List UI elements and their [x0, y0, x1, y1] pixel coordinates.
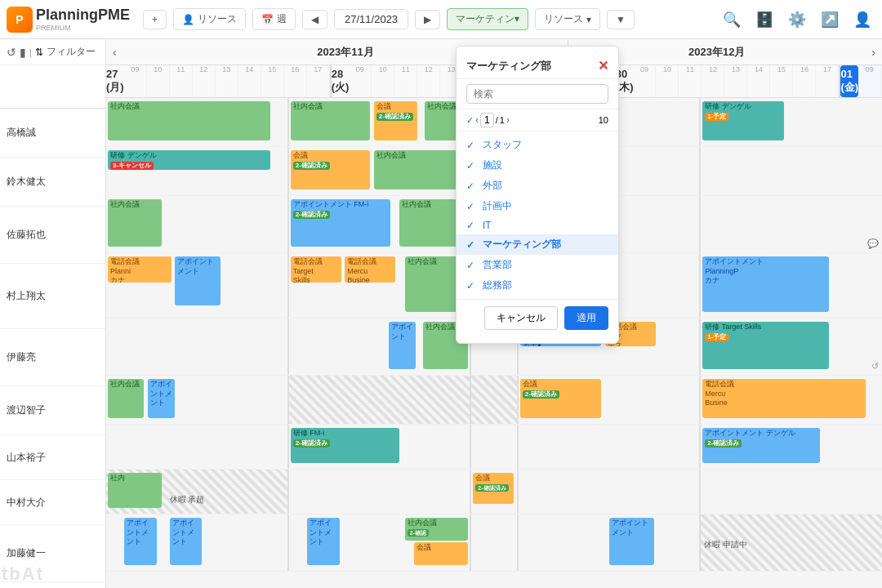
event-9-6[interactable]: アポイントメント	[609, 518, 654, 565]
filter-option-planned[interactable]: ✓ 計画中	[457, 196, 618, 216]
row-nakamura: 社内 休暇 承超 会議 2-確認済み	[106, 470, 882, 514]
event-5-5[interactable]: 研修 Target Skills 1-予定	[702, 322, 829, 369]
settings-button[interactable]: ⚙️	[784, 7, 810, 33]
add-button[interactable]: +	[143, 10, 167, 29]
filter-dropdown: マーケティング部 ✕ ✓ ‹ 1 / 1 › 10 ✓ スタッフ ✓ 施設 ✓ …	[456, 46, 619, 344]
person-row-2: 鈴木健太	[0, 158, 105, 207]
filter-button[interactable]: ▼	[607, 10, 635, 29]
event-9-5[interactable]: 会議	[414, 542, 468, 565]
filter-option-facility[interactable]: ✓ 施設	[457, 155, 618, 176]
share-button[interactable]: ↗️	[817, 7, 843, 33]
filter-search-input[interactable]	[466, 84, 608, 104]
sort-icon: ⇅	[35, 47, 43, 58]
main-container: ↺ ▮ | ⇅ フィルター 高橋誠 鈴木健太 佐藤拓也 村上翔太 伊藤亮	[0, 39, 882, 588]
filter-label: フィルター	[47, 45, 96, 59]
sidebar-names: 高橋誠 鈴木健太 佐藤拓也 村上翔太 伊藤亮 渡辺智子 山本裕子 中村大介	[0, 65, 105, 588]
pagination-nav: ✓ ‹ 1 / 1 ›	[466, 113, 510, 127]
person-row-1: 高橋誠	[0, 109, 105, 158]
apply-filter-button[interactable]: 適用	[564, 306, 608, 330]
collapse-button[interactable]: ▮	[20, 46, 26, 59]
event-4-2[interactable]: アポイントメント	[175, 256, 220, 305]
event-9-4[interactable]: 社内会議 2-確認	[405, 518, 469, 541]
event-4-3[interactable]: 電話会議 Target Skills	[291, 256, 341, 283]
option-sales-label: 営業部	[483, 258, 512, 272]
event-3-1[interactable]: 社内会議	[108, 199, 162, 247]
calendar-icon: 📅	[261, 14, 274, 25]
filter-option-sales[interactable]: ✓ 営業部	[457, 255, 618, 275]
day-header-28: 28 (火)	[332, 65, 350, 97]
week-label: 週	[277, 12, 287, 26]
event-4-7[interactable]: アポイントメント PlanningP カナ	[702, 256, 829, 312]
cancel-filter-button[interactable]: キャンセル	[484, 306, 558, 330]
event-9-1[interactable]: アポイントメント	[124, 518, 157, 565]
row-kato: アポイントメント アポイントメント アポイントメント 社内会議 2-確認	[106, 514, 882, 572]
event-2-1[interactable]: 研修 デンゲル 3-キャンセル	[108, 150, 270, 170]
check-icon: ✓	[466, 260, 478, 271]
search-row	[457, 79, 618, 109]
person-row-7: 山本裕子	[0, 435, 105, 480]
event-1-1[interactable]: 社内会議	[108, 101, 270, 140]
event-4-4[interactable]: 電話会議 Mercu Busine	[345, 256, 395, 283]
event-7-1[interactable]: 研修 FM-i 2-確認済み	[291, 428, 399, 463]
filter-option-it[interactable]: ✓ IT	[457, 216, 618, 234]
prev-page-button[interactable]: ‹	[475, 114, 479, 126]
refresh-button[interactable]: ↺	[7, 46, 16, 59]
checkmark-icon: ✓	[466, 115, 474, 126]
event-1-3[interactable]: 会議 2-確認済み	[374, 101, 417, 140]
logo: P PlanningPME PREMIUM	[7, 7, 130, 33]
check-icon: ✓	[466, 239, 478, 251]
event-9-3[interactable]: アポイントメント	[307, 518, 340, 565]
event-3-2[interactable]: アポイントメント FM-i 2-確認済み	[291, 199, 390, 247]
option-marketing-label: マーケティング部	[483, 238, 561, 252]
event-5-1[interactable]: アポイント	[389, 322, 416, 369]
next-page-button[interactable]: ›	[506, 114, 510, 126]
event-6-1[interactable]: 社内会議	[108, 379, 144, 418]
prev-month-button[interactable]: ‹	[106, 39, 123, 65]
next-date-button[interactable]: ▶	[415, 10, 440, 29]
user-button[interactable]: 👤	[849, 7, 875, 33]
pagination-row: ✓ ‹ 1 / 1 › 10	[457, 109, 618, 131]
person-row-4: 村上翔太	[0, 264, 105, 329]
person-row-3: 佐藤拓也	[0, 207, 105, 264]
day-header-01: 01 (金)	[840, 65, 858, 97]
check-icon: ✓	[466, 140, 478, 151]
next-month-button[interactable]: ›	[865, 39, 882, 65]
header: P PlanningPME PREMIUM + 👤 リソース 📅 週 ◀ 27/…	[0, 0, 882, 39]
check-icon: ✓	[466, 280, 478, 292]
filter-option-marketing[interactable]: ✓ マーケティング部	[457, 234, 618, 255]
filter-option-staff[interactable]: ✓ スタッフ	[457, 135, 618, 155]
marketing-dropdown[interactable]: マーケティン▾	[447, 8, 528, 30]
person-row-5: 伊藤亮	[0, 329, 105, 386]
option-planned-label: 計画中	[483, 199, 512, 213]
resource-dropdown-btn[interactable]: リソース ▾	[535, 8, 600, 30]
resource-button[interactable]: 👤 リソース	[173, 8, 246, 30]
database-button[interactable]: 🗄️	[751, 7, 777, 33]
row-yamamoto: 研修 FM-i 2-確認済み アポイントメント デンゲル 2-確認済み	[106, 425, 882, 470]
event-6-4[interactable]: 電話会議 Mercu Busine	[702, 379, 865, 418]
resource-label: リソース	[198, 12, 237, 26]
dropdown-close-button[interactable]: ✕	[598, 58, 608, 74]
event-7-2[interactable]: アポイントメント デンゲル 2-確認済み	[702, 428, 820, 463]
event-2-3[interactable]: 社内会議	[374, 150, 465, 189]
event-1-2[interactable]: 社内会議	[291, 101, 371, 140]
sidebar-top: ↺ ▮ | ⇅ フィルター	[0, 39, 105, 65]
option-general-label: 総務部	[483, 278, 512, 292]
event-6-2[interactable]: アポイントメント	[148, 379, 175, 418]
search-button[interactable]: 🔍	[719, 7, 745, 33]
user-icon: 👤	[182, 14, 194, 25]
app-name: PlanningPME	[36, 7, 130, 24]
event-4-1[interactable]: 電話会議 Planni カナ	[108, 256, 172, 283]
filter-option-general[interactable]: ✓ 総務部	[457, 275, 618, 296]
event-6-3[interactable]: 会議 2-確認済み	[520, 379, 602, 418]
prev-date-button[interactable]: ◀	[302, 10, 327, 29]
event-2-2[interactable]: 会議 2-確認済み	[291, 150, 371, 189]
event-8-1[interactable]: 社内	[108, 473, 162, 508]
event-9-2[interactable]: アポイントメント	[170, 518, 203, 565]
logo-icon: P	[7, 7, 33, 33]
week-button[interactable]: 📅 週	[252, 8, 296, 30]
filter-option-external[interactable]: ✓ 外部	[457, 176, 618, 196]
event-8-2[interactable]: 会議 2-確認済み	[473, 473, 514, 504]
event-1-7[interactable]: 研修 デンゲル 1-予定	[702, 101, 784, 140]
person-row-8: 中村大介	[0, 480, 105, 525]
option-it-label: IT	[483, 220, 492, 231]
